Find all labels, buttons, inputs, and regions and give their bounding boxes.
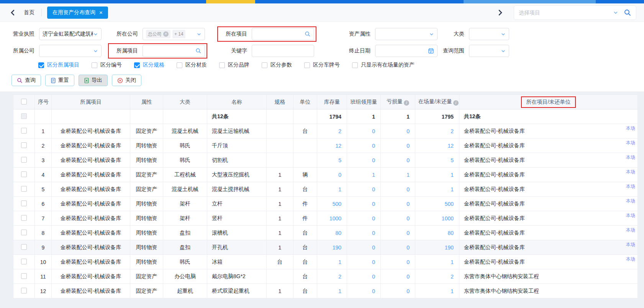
- cell-team-usage[interactable]: 0: [347, 269, 381, 284]
- end-date-input[interactable]: [379, 48, 428, 54]
- tab-close-icon[interactable]: ×: [99, 10, 103, 15]
- search-icon[interactable]: [195, 48, 202, 54]
- cell-stock[interactable]: 0: [317, 168, 347, 182]
- current-project-search[interactable]: [252, 28, 314, 40]
- cell-loss[interactable]: 0: [381, 153, 415, 168]
- asset-attribute-select[interactable]: [375, 28, 438, 40]
- calendar-icon[interactable]: [428, 48, 434, 54]
- export-button[interactable]: 导出: [79, 75, 108, 86]
- cell-team-usage[interactable]: 0: [347, 226, 381, 240]
- filter-checkbox[interactable]: 区分规格: [134, 62, 164, 68]
- filter-checkbox[interactable]: 区分编号: [92, 62, 122, 68]
- keyword-field[interactable]: [252, 45, 314, 57]
- cell-team-usage[interactable]: 0: [347, 197, 381, 211]
- tab-active[interactable]: 在用资产分布查询 ×: [47, 7, 108, 19]
- cell-team-usage[interactable]: 1: [347, 168, 381, 182]
- cell-onsite[interactable]: 80: [415, 226, 459, 240]
- cell-team-usage[interactable]: 0: [347, 211, 381, 226]
- cell-onsite[interactable]: 2: [415, 269, 459, 284]
- site-link[interactable]: 本场: [626, 198, 635, 204]
- cell-team-usage[interactable]: 0: [347, 182, 381, 197]
- filter-checkbox[interactable]: 区分车牌号: [304, 62, 340, 68]
- checkbox-box-icon[interactable]: [352, 62, 358, 68]
- row-checkbox[interactable]: [21, 244, 27, 250]
- checkbox-box-icon[interactable]: [38, 62, 44, 68]
- cell-loss[interactable]: 0: [381, 240, 415, 255]
- cell-stock[interactable]: 2: [317, 269, 347, 284]
- search-icon[interactable]: [624, 9, 631, 16]
- search-icon[interactable]: [305, 31, 311, 37]
- current-project-input[interactable]: [255, 31, 305, 37]
- cell-stock[interactable]: 500: [317, 197, 347, 211]
- checkbox-box-icon[interactable]: [134, 62, 140, 68]
- cell-team-usage[interactable]: 0: [347, 284, 381, 298]
- cell-stock[interactable]: 190: [317, 240, 347, 255]
- cell-stock[interactable]: 1: [317, 182, 347, 197]
- site-link[interactable]: 本场: [626, 212, 635, 219]
- cell-onsite[interactable]: 1: [415, 255, 459, 269]
- row-checkbox[interactable]: [21, 273, 27, 279]
- filter-checkbox[interactable]: 区分参数: [262, 62, 292, 68]
- site-link[interactable]: 本场: [626, 227, 635, 233]
- query-scope-select[interactable]: [469, 45, 509, 57]
- row-checkbox[interactable]: [21, 259, 27, 264]
- filter-checkbox[interactable]: 区分品牌: [219, 62, 249, 68]
- cell-team-usage[interactable]: 0: [347, 139, 381, 153]
- row-checkbox[interactable]: [21, 200, 27, 206]
- cell-onsite[interactable]: 1000: [415, 211, 459, 226]
- site-link[interactable]: 本场: [626, 169, 635, 175]
- site-link[interactable]: 本场: [626, 154, 635, 161]
- site-link[interactable]: 本场: [626, 183, 635, 190]
- cell-stock[interactable]: 2: [317, 124, 347, 139]
- cell-team-usage[interactable]: 0: [347, 153, 381, 168]
- row-checkbox[interactable]: [21, 171, 27, 177]
- cell-loss[interactable]: 0: [381, 197, 415, 211]
- owning-project-input[interactable]: [146, 48, 195, 54]
- owning-project-search[interactable]: [143, 45, 205, 57]
- current-company-multiselect[interactable]: 总公司× + 14: [143, 28, 205, 40]
- cell-stock[interactable]: 5: [317, 153, 347, 168]
- cell-onsite[interactable]: 1: [415, 284, 459, 298]
- filter-checkbox[interactable]: 只显示有在场量的资产: [352, 62, 415, 68]
- cell-loss[interactable]: 0: [381, 139, 415, 153]
- cell-stock[interactable]: 80: [317, 226, 347, 240]
- site-link[interactable]: 本场: [626, 125, 635, 132]
- cell-loss[interactable]: 0: [381, 182, 415, 197]
- chevron-down-icon[interactable]: [613, 10, 618, 15]
- filter-checkbox[interactable]: 区分材质: [177, 62, 207, 68]
- cell-onsite[interactable]: 1: [415, 168, 459, 182]
- cell-team-usage[interactable]: 0: [347, 124, 381, 139]
- row-checkbox[interactable]: [21, 215, 27, 221]
- cell-onsite[interactable]: 5: [415, 153, 459, 168]
- business-license-select[interactable]: 济宁金虹装配式建筑科技: [39, 28, 102, 40]
- cell-loss[interactable]: 0: [381, 124, 415, 139]
- cell-stock[interactable]: 1: [317, 255, 347, 269]
- checkbox-box-icon[interactable]: [177, 62, 182, 68]
- cell-onsite[interactable]: 2: [415, 124, 459, 139]
- project-select-search[interactable]: [514, 5, 636, 20]
- checkbox-box-icon[interactable]: [304, 62, 310, 68]
- cell-team-usage[interactable]: 0: [347, 255, 381, 269]
- row-checkbox[interactable]: [21, 230, 27, 235]
- info-icon[interactable]: i: [453, 100, 459, 106]
- row-checkbox[interactable]: [21, 288, 27, 293]
- cell-onsite[interactable]: 500: [415, 197, 459, 211]
- site-link[interactable]: 本场: [626, 140, 635, 146]
- reset-button[interactable]: 重置: [45, 75, 74, 86]
- cell-stock[interactable]: 12: [317, 139, 347, 153]
- cell-loss[interactable]: 1: [381, 168, 415, 182]
- cell-onsite[interactable]: 12: [415, 139, 459, 153]
- cell-loss[interactable]: 0: [381, 211, 415, 226]
- row-checkbox[interactable]: [21, 128, 27, 134]
- row-checkbox[interactable]: [21, 157, 27, 163]
- cell-loss[interactable]: 0: [381, 269, 415, 284]
- site-link[interactable]: 本场: [626, 256, 635, 262]
- row-checkbox[interactable]: [21, 186, 27, 192]
- cell-loss[interactable]: 0: [381, 284, 415, 298]
- keyword-input[interactable]: [255, 48, 311, 54]
- major-category-select[interactable]: [469, 28, 509, 40]
- end-date-field[interactable]: [375, 45, 438, 57]
- cell-onsite[interactable]: 190: [415, 240, 459, 255]
- tab-home[interactable]: 首页: [24, 9, 34, 16]
- checkbox-box-icon[interactable]: [262, 62, 267, 68]
